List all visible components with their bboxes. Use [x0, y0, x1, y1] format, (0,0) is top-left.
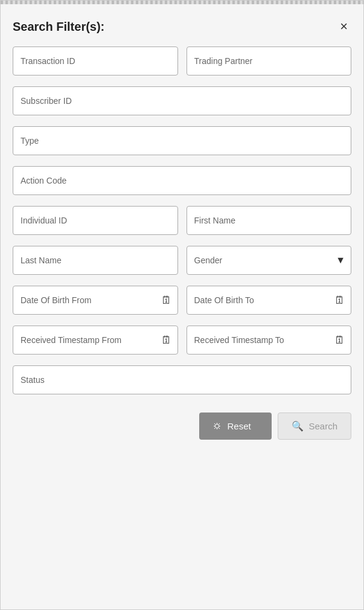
- first-name-input[interactable]: [187, 206, 352, 235]
- modal-container: Search Filter(s): ×: [0, 0, 364, 610]
- status-input[interactable]: [13, 365, 351, 394]
- gender-field: Gender Male Female Other ▼: [187, 246, 352, 275]
- row-transaction-trading: [13, 47, 351, 75]
- first-name-field: [187, 206, 352, 235]
- individual-id-input[interactable]: [13, 206, 178, 235]
- received-ts-from-field: 🗓: [13, 326, 178, 355]
- dob-to-input[interactable]: [187, 286, 352, 315]
- row-dob: 🗓 🗓: [13, 286, 351, 315]
- gender-select[interactable]: Gender Male Female Other: [187, 246, 352, 275]
- dob-from-input[interactable]: [13, 286, 178, 315]
- filter-icon: ⛭: [212, 421, 222, 432]
- button-row: ⛭ Reset 🔍 Search: [13, 413, 351, 446]
- reset-label: Reset: [227, 421, 251, 431]
- type-field: [13, 126, 351, 155]
- close-button[interactable]: ×: [336, 19, 351, 34]
- subscriber-id-input[interactable]: [13, 86, 351, 115]
- reset-button[interactable]: ⛭ Reset: [199, 413, 272, 440]
- received-ts-to-input[interactable]: [187, 326, 352, 355]
- transaction-id-field: [13, 47, 178, 75]
- last-name-input[interactable]: [13, 246, 178, 275]
- action-code-input[interactable]: [13, 166, 351, 195]
- row-action-code: [13, 166, 351, 195]
- row-individual-firstname: [13, 206, 351, 235]
- trading-partner-input[interactable]: [187, 47, 352, 75]
- row-status: [13, 365, 351, 394]
- individual-id-field: [13, 206, 178, 235]
- search-label: Search: [308, 421, 337, 431]
- row-lastname-gender: Gender Male Female Other ▼: [13, 246, 351, 275]
- row-subscriber: [13, 86, 351, 115]
- dob-from-field: 🗓: [13, 286, 178, 315]
- transaction-id-input[interactable]: [13, 47, 178, 75]
- dob-to-field: 🗓: [187, 286, 352, 315]
- top-divider: [1, 1, 363, 4]
- last-name-field: [13, 246, 178, 275]
- row-received-timestamp: 🗓 🗓: [13, 326, 351, 355]
- action-code-field: [13, 166, 351, 195]
- modal-header: Search Filter(s): ×: [13, 19, 351, 34]
- received-ts-from-input[interactable]: [13, 326, 178, 355]
- modal-title: Search Filter(s):: [13, 20, 104, 34]
- status-field: [13, 365, 351, 394]
- type-input[interactable]: [13, 126, 351, 155]
- received-ts-to-field: 🗓: [187, 326, 352, 355]
- search-button[interactable]: 🔍 Search: [278, 413, 351, 440]
- trading-partner-field: [187, 47, 352, 75]
- search-icon: 🔍: [292, 420, 304, 432]
- subscriber-id-field: [13, 86, 351, 115]
- row-type: [13, 126, 351, 155]
